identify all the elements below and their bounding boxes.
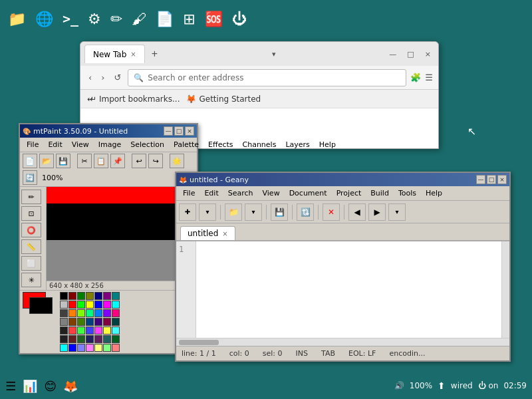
palette-cell[interactable] [68, 292, 76, 300]
palette-cell[interactable] [112, 318, 120, 326]
editor-content[interactable] [196, 241, 501, 338]
menu-help[interactable]: Help [315, 139, 340, 150]
getting-started-link[interactable]: 🦊 Getting Started [186, 94, 261, 104]
menu-image[interactable]: Image [94, 139, 125, 150]
lifebuoy-icon[interactable]: 🆘 [205, 11, 223, 27]
tab-close-button[interactable]: × [130, 51, 136, 58]
open-file-btn[interactable]: 📂 [39, 154, 54, 168]
terminal-icon[interactable]: >_ [63, 11, 78, 27]
geany-menu-build[interactable]: Build [366, 188, 393, 199]
tabs-dropdown[interactable]: ▾ [272, 50, 276, 59]
settings-icon[interactable]: ⚙ [88, 11, 101, 27]
geany-more-btn[interactable]: ▾ [388, 203, 406, 221]
palette-cell[interactable] [60, 301, 68, 309]
geany-open-btn[interactable]: 📁 [225, 203, 242, 221]
palette-cell[interactable] [60, 327, 68, 334]
menu-palette[interactable]: Palette [170, 139, 203, 150]
redo-btn[interactable]: ↪ [148, 154, 163, 168]
geany-maximize-button[interactable]: □ [487, 175, 496, 184]
palette-cell[interactable] [60, 318, 68, 326]
palette-cell[interactable] [60, 344, 68, 352]
emoji-icon[interactable]: 😊 [44, 379, 57, 393]
geany-back-btn[interactable]: ◀ [348, 203, 366, 221]
palette-cell[interactable] [103, 318, 111, 326]
palette-cell[interactable] [103, 301, 111, 309]
extensions-icon[interactable]: 🧩 [410, 72, 421, 82]
palette-cell[interactable] [68, 318, 76, 326]
network-icon[interactable]: ⬆ [438, 380, 446, 391]
geany-menu-view[interactable]: View [259, 188, 284, 199]
mtpaint-minimize-button[interactable]: — [164, 126, 173, 136]
geany-menu-file[interactable]: File [179, 188, 199, 199]
geany-forward-btn[interactable]: ▶ [368, 203, 386, 221]
palette-cell[interactable] [86, 301, 94, 309]
palette-cell[interactable] [112, 344, 120, 352]
menu-selection[interactable]: Selection [126, 139, 168, 150]
mtpaint-maximize-button[interactable]: □ [174, 126, 184, 136]
firefox-taskbar-icon[interactable]: 🦊 [63, 379, 78, 393]
palette-cell[interactable] [103, 327, 111, 334]
geany-new-dropdown[interactable]: ▾ [199, 203, 216, 221]
palette-cell[interactable] [77, 318, 85, 326]
pencil-tool[interactable]: ✏ [21, 190, 41, 204]
geany-open-dropdown[interactable]: ▾ [245, 203, 262, 221]
palette-cell[interactable] [68, 309, 76, 317]
firefox-minimize-button[interactable]: — [386, 50, 400, 59]
volume-icon[interactable]: 🔊 [394, 381, 404, 390]
geany-minimize-button[interactable]: — [476, 175, 485, 184]
palette-cell[interactable] [77, 335, 85, 343]
color-swatches[interactable] [23, 292, 56, 312]
back-button[interactable]: ‹ [86, 71, 94, 84]
menu-view[interactable]: View [68, 139, 93, 150]
palette-cell[interactable] [103, 292, 111, 300]
palette-cell[interactable] [112, 335, 120, 343]
palette-cell[interactable] [103, 335, 111, 343]
grid-icon[interactable]: ⊞ [183, 11, 195, 27]
palette-cell[interactable] [68, 327, 76, 334]
palette-cell[interactable] [94, 309, 102, 317]
geany-menu-project[interactable]: Project [332, 188, 366, 199]
undo-btn[interactable]: ↩ [132, 154, 146, 168]
reload-button[interactable]: ↺ [111, 71, 124, 84]
palette-cell[interactable] [60, 335, 68, 343]
firefox-tab[interactable]: New Tab × [84, 45, 145, 63]
forward-button[interactable]: › [98, 71, 107, 84]
geany-menu-help[interactable]: Help [422, 188, 446, 199]
palette-cell[interactable] [94, 292, 102, 300]
palette-cell[interactable] [86, 292, 94, 300]
lasso-tool[interactable]: ⭕ [21, 223, 41, 237]
edit-icon[interactable]: ✏ [110, 11, 122, 27]
import-bookmarks-link[interactable]: ↵ ↵ Import bookmarks... [87, 94, 180, 104]
folder-icon[interactable]: 📁 [8, 11, 26, 27]
vertical-scrollbar[interactable] [501, 241, 509, 338]
palette-cell[interactable] [112, 327, 120, 334]
files-icon[interactable]: 📊 [23, 379, 37, 393]
apps-menu-button[interactable]: ☰ [5, 379, 16, 393]
hscroll-thumb[interactable] [179, 340, 219, 345]
palette-cell[interactable] [68, 301, 76, 309]
geany-tab-close-button[interactable]: × [222, 230, 227, 237]
geany-menu-edit[interactable]: Edit [200, 188, 222, 199]
copy-btn[interactable]: 📋 [94, 154, 108, 168]
power-icon[interactable]: ⏻ [232, 11, 247, 27]
palette-cell[interactable] [86, 318, 94, 326]
eraser-tool[interactable]: ⬜ [21, 256, 41, 271]
background-color[interactable] [29, 297, 53, 314]
palette-cell[interactable] [103, 309, 111, 317]
file-icon[interactable]: 📄 [156, 11, 174, 27]
palette-cell[interactable] [77, 327, 85, 334]
geany-new-btn[interactable]: ✚ [179, 203, 196, 221]
geany-close-file-btn[interactable]: ✕ [323, 203, 340, 221]
palette-cell[interactable] [68, 335, 76, 343]
geany-menu-search[interactable]: Search [224, 188, 257, 199]
cut-btn[interactable]: ✂ [77, 154, 92, 168]
palette-cell[interactable] [103, 344, 111, 352]
new-file-btn[interactable]: 📄 [23, 154, 37, 168]
palette-cell[interactable] [86, 327, 94, 334]
palette-cell[interactable] [94, 344, 102, 352]
palette-cell[interactable] [77, 344, 85, 352]
palette-cell[interactable] [86, 335, 94, 343]
menu-layers[interactable]: Layers [281, 139, 313, 150]
palette-cell[interactable] [77, 301, 85, 309]
horizontal-scrollbar[interactable] [176, 338, 509, 346]
